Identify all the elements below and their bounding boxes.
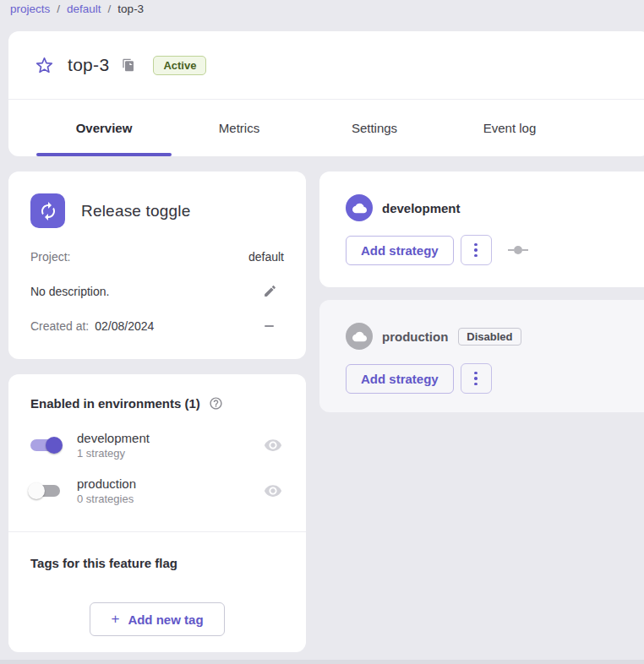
- cloud-environment-icon: [346, 323, 373, 350]
- breadcrumb-current: top-3: [117, 3, 144, 15]
- breadcrumb-default[interactable]: default: [67, 3, 101, 15]
- more-options-kebab-icon[interactable]: [461, 235, 492, 265]
- development-toggle[interactable]: [20, 439, 69, 451]
- feature-flag-page: projects / default / top-3 top-3 Active …: [0, 0, 644, 664]
- strategy-commit-icon: [508, 246, 528, 254]
- tab-bar: Overview Metrics Settings Event log: [8, 100, 644, 156]
- copy-name-icon[interactable]: [122, 58, 135, 72]
- tab-overview[interactable]: Overview: [36, 100, 172, 156]
- tab-label: Metrics: [219, 121, 259, 135]
- tab-label: Settings: [352, 121, 397, 135]
- status-badge: Active: [153, 56, 206, 75]
- tab-event-log[interactable]: Event log: [442, 100, 577, 156]
- bottom-edge: [0, 660, 644, 664]
- project-label: Project:: [30, 250, 70, 264]
- created-at-label: Created at:: [30, 319, 89, 333]
- tab-settings[interactable]: Settings: [307, 100, 442, 156]
- cloud-environment-icon: [346, 194, 373, 221]
- strategy-card-production: production Disabled Add strategy: [319, 300, 644, 412]
- environment-strategy-count: 0 strategies: [77, 493, 264, 505]
- strategy-card-development: development Add strategy: [319, 171, 644, 287]
- production-toggle[interactable]: [20, 485, 69, 497]
- flag-type-title: Release toggle: [81, 202, 191, 220]
- breadcrumb-separator: /: [57, 3, 60, 15]
- visibility-eye-icon[interactable]: [264, 482, 282, 500]
- project-row: Project: default: [30, 250, 284, 264]
- environment-card-title: development: [382, 201, 461, 215]
- add-new-tag-label: Add new tag: [128, 612, 203, 627]
- description-text: No description.: [30, 285, 109, 298]
- breadcrumb-separator: /: [108, 3, 112, 15]
- disabled-badge: Disabled: [458, 328, 521, 346]
- page-title: top-3: [68, 55, 109, 75]
- visibility-eye-icon[interactable]: [264, 436, 282, 454]
- release-toggle-icon: [30, 193, 65, 228]
- description-row: No description.: [30, 284, 284, 298]
- environment-name: development: [77, 431, 264, 445]
- help-icon[interactable]: [209, 396, 223, 411]
- flag-header-row: top-3 Active: [8, 31, 644, 100]
- flag-header-card: top-3 Active Overview Metrics Settings E…: [8, 31, 644, 156]
- environment-row-production: production 0 strategies: [8, 476, 306, 505]
- breadcrumb-projects[interactable]: projects: [10, 3, 50, 15]
- breadcrumb: projects / default / top-3: [10, 3, 144, 15]
- tab-label: Overview: [76, 121, 133, 135]
- created-at-row: Created at: 02/08/2024: [30, 319, 284, 333]
- more-options-kebab-icon[interactable]: [461, 363, 492, 394]
- tab-label: Event log: [483, 121, 537, 135]
- plus-icon: +: [111, 611, 119, 628]
- active-tab-indicator: [36, 153, 172, 156]
- environment-row-development: development 1 strategy: [8, 431, 306, 460]
- tags-heading: Tags for this feature flag: [8, 532, 306, 570]
- environment-card-title: production: [382, 329, 448, 344]
- flag-details-card: Release toggle Project: default No descr…: [8, 171, 306, 359]
- favorite-star-icon[interactable]: [35, 57, 53, 74]
- environment-name: production: [77, 476, 264, 491]
- add-new-tag-button[interactable]: + Add new tag: [90, 602, 224, 636]
- edit-description-icon[interactable]: [263, 284, 277, 298]
- environments-heading: Enabled in environments (1): [30, 396, 200, 411]
- tab-metrics[interactable]: Metrics: [172, 100, 307, 156]
- environments-card: Enabled in environments (1) development …: [8, 374, 306, 652]
- project-value: default: [248, 250, 284, 264]
- environment-strategy-count: 1 strategy: [77, 447, 264, 460]
- add-strategy-button[interactable]: Add strategy: [346, 236, 454, 265]
- add-strategy-button[interactable]: Add strategy: [346, 364, 454, 394]
- created-at-value: 02/08/2024: [95, 319, 154, 333]
- collapse-minus-icon[interactable]: [265, 325, 274, 327]
